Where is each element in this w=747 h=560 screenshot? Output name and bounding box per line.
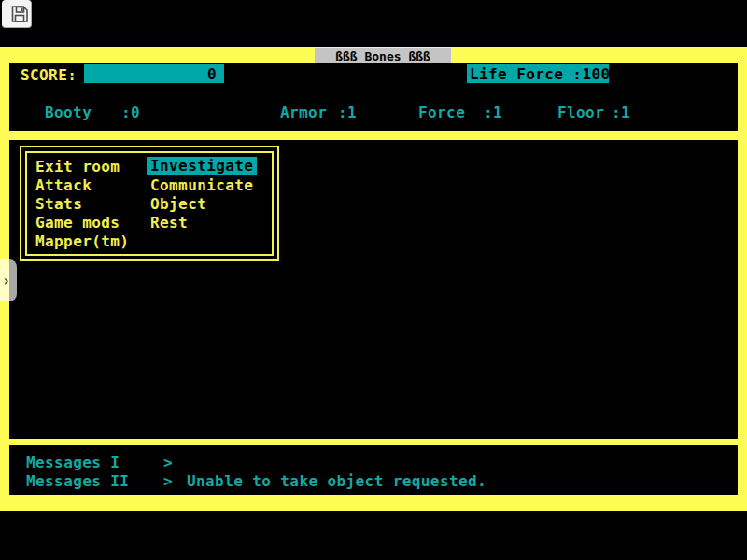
menu-item-game-mods[interactable]: Game mods bbox=[35, 214, 120, 232]
save-button[interactable] bbox=[2, 0, 32, 28]
menu-item-mapper[interactable]: Mapper(tm) bbox=[35, 232, 129, 251]
menu-item-exit-room[interactable]: Exit room bbox=[35, 158, 120, 176]
menu-item-attack[interactable]: Attack bbox=[35, 176, 92, 195]
life-force-badge: Life Force :100 bbox=[467, 64, 609, 83]
menu-item-rest[interactable]: Rest bbox=[150, 214, 188, 232]
messages-1-label: Messages I bbox=[26, 455, 120, 470]
stat-floor-label: Floor bbox=[557, 104, 604, 121]
floppy-disk-icon bbox=[10, 5, 29, 23]
menu-item-stats[interactable]: Stats bbox=[35, 195, 82, 214]
status-panel: SCORE: 0 Life Force :100 Booty :0 Armor … bbox=[9, 63, 738, 131]
stat-armor-value: :1 bbox=[338, 104, 357, 121]
stat-armor-label: Armor bbox=[280, 104, 327, 121]
side-panel-toggle[interactable]: › bbox=[0, 259, 17, 301]
menu-item-object[interactable]: Object bbox=[150, 195, 206, 214]
messages-1-prompt: > bbox=[163, 455, 173, 470]
messages-2-prompt: > bbox=[163, 474, 173, 489]
messages-2-text: Unable to take object requested. bbox=[187, 474, 486, 489]
menu-item-communicate[interactable]: Communicate bbox=[150, 176, 253, 195]
stat-floor-value: :1 bbox=[612, 104, 630, 121]
score-value: 0 bbox=[207, 65, 217, 83]
menu-item-investigate[interactable]: Investigate bbox=[147, 157, 257, 175]
game-window: ßßß Bones ßßß SCORE: 0 Life Force :100 B… bbox=[0, 47, 747, 511]
score-bar: 0 bbox=[84, 64, 224, 83]
stat-booty-label: Booty bbox=[45, 104, 92, 121]
stat-booty-value: :0 bbox=[121, 104, 140, 121]
score-label: SCORE: bbox=[21, 66, 77, 84]
stat-force-value: :1 bbox=[484, 104, 502, 121]
chevron-right-icon: › bbox=[2, 273, 10, 289]
messages-2-label: Messages II bbox=[26, 474, 129, 489]
main-panel: Exit room Attack Stats Game mods Mapper(… bbox=[9, 140, 738, 439]
messages-panel: Messages I > Messages II > Unable to tak… bbox=[9, 445, 738, 495]
stat-force-label: Force bbox=[418, 104, 465, 121]
